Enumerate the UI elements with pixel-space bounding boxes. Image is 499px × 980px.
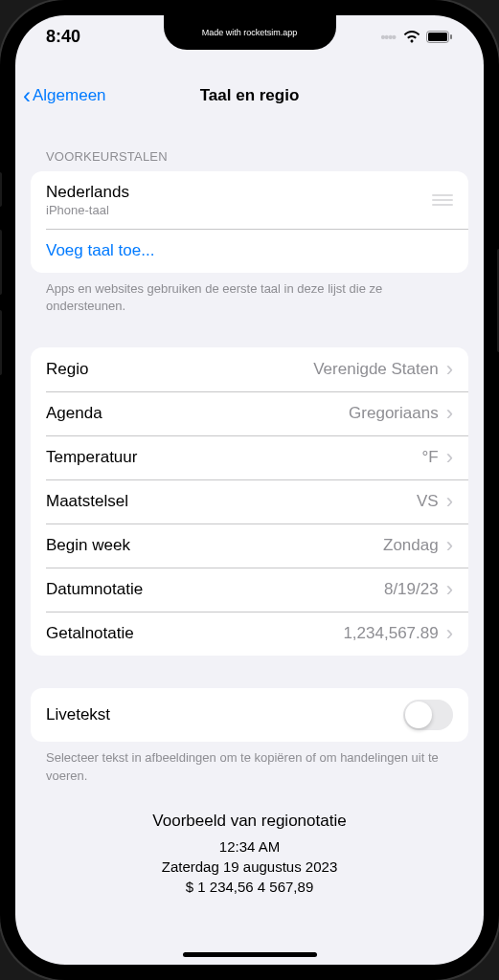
volume-up-button [0, 230, 2, 295]
status-indicators: •••• [380, 30, 453, 45]
temperature-row[interactable]: Temperatuur °F › [31, 435, 468, 479]
languages-group: Nederlands iPhone-taal Voeg taal toe... [31, 171, 468, 273]
status-time: 8:40 [46, 27, 80, 47]
add-language-row[interactable]: Voeg taal toe... [31, 229, 468, 273]
primary-language-row[interactable]: Nederlands iPhone-taal [31, 171, 468, 229]
drag-handle-icon[interactable] [432, 194, 453, 206]
number-format-row[interactable]: Getalnotatie 1,234,567.89 › [31, 612, 468, 656]
chevron-right-icon: › [446, 447, 453, 468]
row-value: Zondag [383, 536, 439, 555]
preview-body: 12:34 AM Zaterdag 19 augustus 2023 $ 1 2… [15, 836, 484, 897]
status-bar: 8:40 •••• [15, 27, 484, 47]
preview-date: Zaterdag 19 augustus 2023 [15, 857, 484, 877]
settings-content[interactable]: VOORKEURSTALEN Nederlands iPhone-taal Vo… [15, 117, 484, 965]
row-value: 8/19/23 [384, 580, 439, 599]
row-value: Gregoriaans [349, 404, 439, 423]
row-value: VS [417, 492, 439, 511]
language-name: Nederlands [46, 183, 432, 202]
battery-icon [426, 31, 453, 43]
row-label: Begin week [46, 536, 383, 555]
language-subtitle: iPhone-taal [46, 203, 432, 217]
chevron-right-icon: › [446, 623, 453, 644]
date-format-row[interactable]: Datumnotatie 8/19/23 › [31, 568, 468, 612]
livetext-footer: Selecteer tekst in afbeeldingen om te ko… [15, 742, 484, 784]
volume-down-button [0, 310, 2, 375]
more-dots-icon: •••• [380, 30, 396, 45]
chevron-right-icon: › [446, 491, 453, 512]
measurement-row[interactable]: Maatstelsel VS › [31, 479, 468, 523]
back-button[interactable]: ‹ Algemeen [23, 84, 106, 107]
row-label: Temperatuur [46, 448, 421, 467]
phone-screen: Made with rocketsim.app 8:40 •••• ‹ Alg [15, 15, 484, 965]
back-label: Algemeen [33, 86, 106, 105]
region-row[interactable]: Regio Verenigde Staten › [31, 347, 468, 391]
svg-rect-1 [428, 33, 447, 41]
row-value: Verenigde Staten [313, 360, 438, 379]
mute-switch [0, 172, 2, 207]
calendar-row[interactable]: Agenda Gregoriaans › [31, 391, 468, 435]
chevron-right-icon: › [446, 403, 453, 424]
row-label: Regio [46, 360, 313, 379]
chevron-right-icon: › [446, 535, 453, 556]
livetext-group: Livetekst [31, 688, 468, 742]
row-label: Datumnotatie [46, 580, 384, 599]
row-label: Maatstelsel [46, 492, 417, 511]
livetext-row[interactable]: Livetekst [31, 688, 468, 742]
chevron-right-icon: › [446, 579, 453, 600]
row-label: Getalnotatie [46, 624, 343, 643]
languages-footer: Apps en websites gebruiken de eerste taa… [15, 273, 484, 315]
phone-frame: Made with rocketsim.app 8:40 •••• ‹ Alg [0, 0, 499, 980]
chevron-left-icon: ‹ [23, 84, 31, 107]
home-indicator[interactable] [183, 952, 317, 957]
preview-numbers: $ 1 234,56 4 567,89 [15, 877, 484, 897]
livetext-label: Livetekst [46, 705, 403, 724]
chevron-right-icon: › [446, 359, 453, 380]
languages-header: VOORKEURSTALEN [15, 117, 484, 171]
preview-title: Voorbeeld van regionotatie [15, 812, 484, 831]
status-bar-area: Made with rocketsim.app 8:40 •••• [15, 15, 484, 57]
page-title: Taal en regio [200, 86, 300, 105]
row-value: °F [421, 448, 438, 467]
region-settings-group: Regio Verenigde Staten › Agenda Gregoria… [31, 347, 468, 656]
wifi-icon [403, 31, 420, 43]
navigation-bar: ‹ Algemeen Taal en regio [15, 75, 484, 117]
week-start-row[interactable]: Begin week Zondag › [31, 523, 468, 568]
svg-rect-2 [450, 34, 452, 39]
row-label: Agenda [46, 404, 349, 423]
add-language-label: Voeg taal toe... [46, 241, 154, 260]
row-value: 1,234,567.89 [343, 624, 438, 643]
livetext-toggle[interactable] [403, 700, 453, 730]
preview-time: 12:34 AM [15, 836, 484, 857]
